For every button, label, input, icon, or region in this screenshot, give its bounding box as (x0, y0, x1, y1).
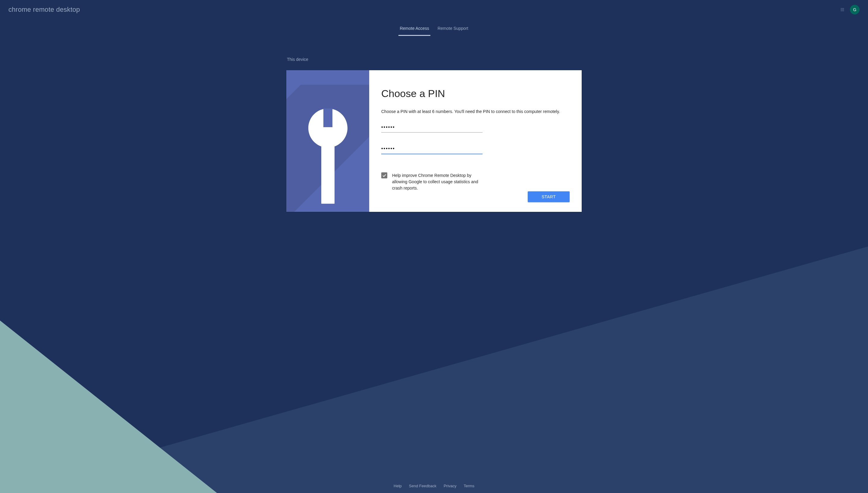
app-title: chrome remote desktop (8, 6, 80, 14)
main-content: This device Choose a PIN Choose a PIN wi… (282, 57, 586, 212)
pin-input-wrapper-1 (381, 122, 570, 133)
footer-link-privacy[interactable]: Privacy (443, 484, 457, 488)
wrench-icon (308, 108, 347, 204)
header: chrome remote desktop G (0, 0, 868, 19)
section-label: This device (287, 57, 582, 62)
card-content: Choose a PIN Choose a PIN with at least … (369, 70, 582, 212)
footer-link-send-feedback[interactable]: Send Feedback (409, 484, 436, 488)
footer-link-terms[interactable]: Terms (464, 484, 474, 488)
card-actions: START (381, 191, 570, 202)
tab-remote-support[interactable]: Remote Support (436, 22, 470, 36)
nav-tabs: Remote Access Remote Support (0, 22, 868, 36)
checkbox-label: Help improve Chrome Remote Desktop by al… (392, 172, 484, 191)
tab-remote-access[interactable]: Remote Access (398, 22, 430, 36)
avatar[interactable]: G (850, 5, 860, 15)
checkbox-row: Help improve Chrome Remote Desktop by al… (381, 172, 484, 191)
footer-link-help[interactable]: Help (394, 484, 402, 488)
pin-input[interactable] (381, 122, 482, 133)
google-apps-icon[interactable] (840, 7, 845, 12)
start-button[interactable]: START (528, 191, 570, 202)
svg-rect-0 (323, 108, 332, 127)
card-title: Choose a PIN (381, 88, 570, 100)
footer: Help Send Feedback Privacy Terms (0, 484, 868, 488)
header-actions: G (840, 5, 860, 15)
card-description: Choose a PIN with at least 6 numbers. Yo… (381, 108, 570, 115)
usage-stats-checkbox[interactable] (381, 172, 387, 178)
pin-input-wrapper-2 (381, 144, 570, 154)
checkmark-icon (382, 173, 387, 178)
pin-confirm-input[interactable] (381, 144, 482, 154)
card-illustration-panel (286, 70, 369, 212)
setup-card: Choose a PIN Choose a PIN with at least … (286, 70, 582, 212)
